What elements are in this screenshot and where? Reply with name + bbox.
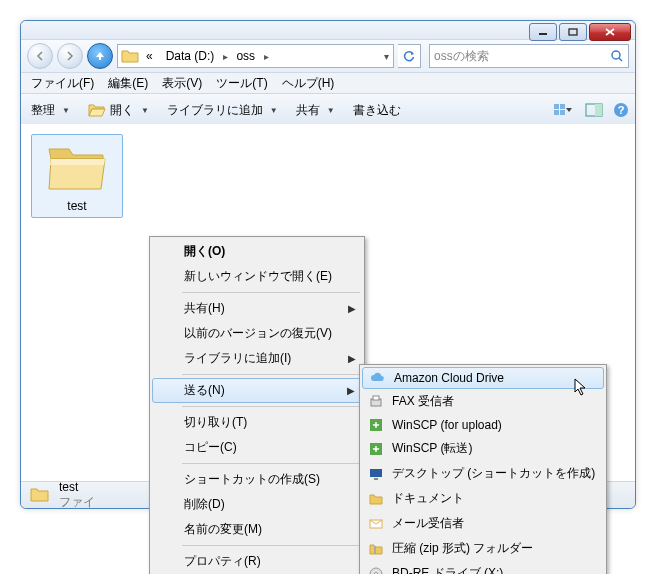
close-button[interactable]	[589, 23, 631, 41]
status-text: test ファイ	[59, 480, 95, 511]
context-menu-item[interactable]: プロパティ(R)	[152, 549, 362, 574]
breadcrumb-prefix: «	[140, 46, 160, 66]
svg-rect-18	[370, 469, 382, 477]
menu-help[interactable]: ヘルプ(H)	[276, 73, 341, 94]
svg-rect-21	[374, 546, 376, 554]
help-icon[interactable]: ?	[613, 102, 629, 118]
svg-rect-8	[554, 110, 559, 115]
breadcrumb[interactable]: « Data (D:) ▸ oss ▸ ▾	[117, 44, 394, 68]
view-icon[interactable]	[553, 102, 575, 118]
mail-icon	[368, 516, 384, 532]
titlebar	[21, 21, 635, 40]
context-menu-item[interactable]: コピー(C)	[152, 435, 362, 460]
search-icon	[610, 49, 624, 63]
sendto-submenu: Amazon Cloud DriveFAX 受信者WinSCP (for upl…	[359, 364, 607, 574]
refresh-button[interactable]	[398, 44, 421, 68]
submenu-item[interactable]: デスクトップ (ショートカットを作成)	[362, 461, 604, 486]
explorer-window: « Data (D:) ▸ oss ▸ ▾ ossの検索 ファイル(F) 編集(…	[20, 20, 636, 509]
toolbar: 整理▼ 開く▼ ライブラリに追加▼ 共有▼ 書き込む ?	[21, 94, 635, 127]
maximize-button[interactable]	[559, 23, 587, 41]
folder-icon	[45, 139, 109, 195]
back-button[interactable]	[27, 43, 53, 69]
svg-line-5	[619, 58, 622, 61]
svg-text:?: ?	[618, 104, 625, 116]
desktop-icon	[368, 466, 384, 482]
submenu-item[interactable]: FAX 受信者	[362, 389, 604, 414]
folder-label: test	[67, 199, 86, 213]
breadcrumb-folder[interactable]: oss	[230, 46, 262, 66]
submenu-item[interactable]: 圧縮 (zip 形式) フォルダー	[362, 536, 604, 561]
winscp-icon	[368, 417, 384, 433]
minimize-button[interactable]	[529, 23, 557, 41]
chevron-right-icon[interactable]: ▸	[221, 51, 230, 62]
search-placeholder: ossの検索	[434, 48, 489, 65]
preview-pane-icon[interactable]	[585, 102, 603, 118]
nav-row: « Data (D:) ▸ oss ▸ ▾ ossの検索	[21, 40, 635, 73]
burn-button[interactable]: 書き込む	[349, 100, 405, 121]
context-menu-item[interactable]: 切り取り(T)	[152, 410, 362, 435]
menu-view[interactable]: 表示(V)	[156, 73, 208, 94]
search-input[interactable]: ossの検索	[429, 44, 629, 68]
up-button[interactable]	[87, 43, 113, 69]
winscp-icon	[368, 441, 384, 457]
fax-icon	[368, 394, 384, 410]
context-menu-item[interactable]: 新しいウィンドウで開く(E)	[152, 264, 362, 289]
share-button[interactable]: 共有▼	[292, 100, 339, 121]
folder-item[interactable]: test	[31, 134, 123, 218]
submenu-item[interactable]: Amazon Cloud Drive	[362, 367, 604, 389]
folder-icon	[368, 491, 384, 507]
folder-icon	[120, 47, 140, 65]
context-menu-item[interactable]: 送る(N)▶	[152, 378, 362, 403]
svg-rect-15	[373, 396, 379, 400]
submenu-item[interactable]: ドキュメント	[362, 486, 604, 511]
menubar: ファイル(F) 編集(E) 表示(V) ツール(T) ヘルプ(H)	[21, 73, 635, 94]
svg-rect-7	[560, 104, 565, 109]
open-button[interactable]: 開く▼	[84, 100, 153, 121]
submenu-item[interactable]: WinSCP (転送)	[362, 436, 604, 461]
chevron-right-icon[interactable]: ▸	[262, 51, 271, 62]
context-menu-item[interactable]: 名前の変更(M)	[152, 517, 362, 542]
context-menu-item[interactable]: ショートカットの作成(S)	[152, 467, 362, 492]
breadcrumb-drive[interactable]: Data (D:)	[160, 46, 222, 66]
folder-open-icon	[88, 102, 106, 118]
svg-rect-1	[569, 29, 577, 35]
svg-point-4	[612, 51, 620, 59]
cursor-icon	[574, 378, 590, 398]
folder-icon	[29, 485, 51, 505]
submenu-item[interactable]: BD-RE ドライブ (X:)	[362, 561, 604, 574]
submenu-item[interactable]: メール受信者	[362, 511, 604, 536]
svg-rect-0	[539, 33, 547, 35]
svg-rect-9	[560, 110, 565, 115]
context-menu-item[interactable]: 以前のバージョンの復元(V)	[152, 321, 362, 346]
zip-icon	[368, 541, 384, 557]
svg-rect-19	[374, 478, 378, 480]
context-menu-item[interactable]: ライブラリに追加(I)▶	[152, 346, 362, 371]
svg-rect-6	[554, 104, 559, 109]
cloud-icon	[369, 370, 385, 386]
menu-tools[interactable]: ツール(T)	[210, 73, 273, 94]
svg-rect-11	[595, 104, 602, 116]
context-menu-item[interactable]: 削除(D)	[152, 492, 362, 517]
library-button[interactable]: ライブラリに追加▼	[163, 100, 282, 121]
submenu-item[interactable]: WinSCP (for upload)	[362, 414, 604, 436]
chevron-down-icon[interactable]: ▾	[382, 51, 391, 62]
menu-edit[interactable]: 編集(E)	[102, 73, 154, 94]
context-menu-item[interactable]: 共有(H)▶	[152, 296, 362, 321]
disc-icon	[368, 566, 384, 575]
context-menu: 開く(O)新しいウィンドウで開く(E)共有(H)▶以前のバージョンの復元(V)ラ…	[149, 236, 365, 574]
context-menu-item[interactable]: 開く(O)	[152, 239, 362, 264]
forward-button[interactable]	[57, 43, 83, 69]
menu-file[interactable]: ファイル(F)	[25, 73, 100, 94]
organize-button[interactable]: 整理▼	[27, 100, 74, 121]
